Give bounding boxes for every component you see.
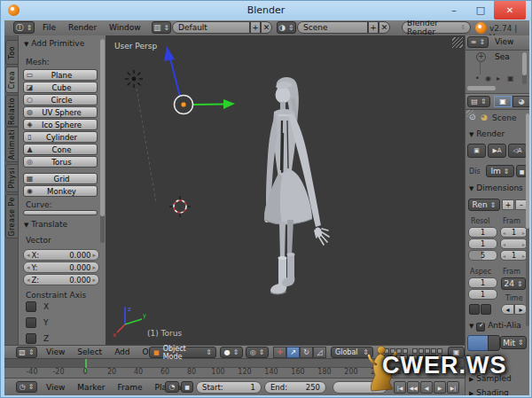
timeline-menu-item[interactable]: View	[40, 380, 71, 395]
aspect-field[interactable]: 1	[468, 289, 497, 300]
mesh-add-button[interactable]: ▲ Cone	[23, 144, 98, 155]
axis-checkbox-row[interactable]: X	[26, 301, 49, 312]
timeline-menu-item[interactable]: Frame	[111, 380, 148, 395]
manipulator-rotate-button[interactable]: ↻	[300, 347, 313, 358]
start-frame-field[interactable]: Start: 1	[196, 381, 262, 394]
dimensions-panel-header[interactable]: ▼ Dimensions	[469, 183, 523, 192]
add-scene-button[interactable]: +	[368, 21, 379, 34]
add-preset-button[interactable]: +	[502, 199, 514, 210]
decrement-icon[interactable]: ◂	[27, 252, 30, 259]
scene-name-field[interactable]: Scene	[297, 21, 368, 34]
timeline-menu-item[interactable]: Marker	[71, 380, 111, 395]
decrement-icon[interactable]: ◂	[503, 241, 505, 247]
manipulator-scale-button[interactable]: ◿	[313, 347, 326, 358]
frame-range-field[interactable]: ◂ ▸	[500, 238, 528, 249]
frame-rate-select[interactable]: 24⇕	[501, 277, 526, 290]
layer-toggle[interactable]	[384, 348, 389, 354]
outliner-menu-item[interactable]: View	[490, 35, 518, 50]
view3d-menu-item[interactable]: Add	[108, 345, 136, 360]
playback-button[interactable]: ▶|	[447, 381, 459, 394]
layer-toggle[interactable]	[419, 348, 424, 354]
layer-toggle[interactable]	[425, 348, 430, 354]
layout-name-field[interactable]: Default	[172, 21, 250, 34]
mesh-add-button[interactable]: ▦ Grid	[23, 173, 98, 184]
playback-button[interactable]: ◀◀	[407, 381, 419, 394]
checkbox-icon[interactable]	[26, 333, 36, 344]
mesh-add-button[interactable]: ◈ Ico Sphere	[23, 119, 98, 130]
decrement-icon[interactable]: ◂	[27, 264, 30, 271]
transform-manipulator[interactable]	[164, 46, 235, 114]
toolshelf-tab[interactable]: Relatio	[5, 95, 19, 127]
layer-toggle[interactable]	[437, 348, 442, 354]
mesh-add-button[interactable]: ◍ UV Sphere	[23, 106, 98, 118]
border-checkbox[interactable]	[469, 304, 480, 315]
display-mode-select[interactable]: Im⇕	[486, 165, 514, 177]
editor-type-outliner-button[interactable]: ≡⇕	[467, 36, 489, 48]
vector-number-field[interactable]: ◂ Z: 0.000 ▸	[23, 274, 99, 285]
toolshelf-tab[interactable]: Grease Pe	[5, 194, 19, 238]
translate-panel-header[interactable]: ▼ Translate	[24, 220, 67, 229]
outliner-hscrollbar[interactable]	[467, 86, 496, 90]
playback-button[interactable]: ▶	[434, 381, 446, 394]
topbar-menu-item[interactable]: Window	[103, 20, 147, 35]
render-action-button[interactable]: ▶A	[488, 144, 506, 158]
checkbox-icon[interactable]	[26, 317, 36, 328]
increment-icon[interactable]: ▸	[522, 241, 525, 247]
mesh-add-button[interactable]: ▭ Plane	[23, 69, 98, 81]
end-frame-field[interactable]: End: 250	[264, 381, 326, 394]
layer-toggle[interactable]	[378, 348, 383, 354]
crop-checkbox[interactable]	[481, 304, 491, 315]
layout-selector-icon-button[interactable]: ▥⇕	[152, 21, 171, 34]
resolution-field[interactable]: 1	[468, 227, 497, 238]
increment-icon[interactable]: ▸	[522, 253, 525, 259]
layer-toggle[interactable]	[431, 348, 436, 354]
axis-checkbox-row[interactable]: Y	[26, 317, 49, 328]
toolshelf-scrollbar[interactable]	[100, 39, 105, 243]
character-model[interactable]	[264, 77, 329, 294]
manipulator-translate-button[interactable]: ↗	[286, 347, 300, 358]
playback-button[interactable]: ◀	[420, 381, 433, 394]
3d-cursor[interactable]	[169, 196, 191, 217]
3d-viewport[interactable]: z y x User Persp (1) Torus	[106, 35, 465, 345]
frame-range-field[interactable]: ◂ 1 ▸	[500, 250, 528, 261]
increment-icon[interactable]: ▸	[92, 252, 96, 259]
aa-samples-8-button[interactable]	[488, 335, 500, 351]
renderability-camera-icon[interactable]: ▣	[507, 74, 514, 82]
auto-keyframe-button[interactable]: ◔	[165, 381, 179, 393]
mesh-add-button[interactable]: ◪ Cube	[23, 82, 98, 93]
transform-orientation-select[interactable]: Global⇕	[331, 347, 373, 358]
topbar-menu-item[interactable]: Render	[62, 20, 103, 35]
timeline-ruler[interactable]: -40-20020406080100120140160180200220240	[4, 359, 465, 378]
delete-scene-button[interactable]: ✕	[379, 21, 390, 34]
toolshelf-tab[interactable]: Physi	[5, 164, 19, 192]
outliner-expand-button[interactable]: +	[476, 52, 486, 62]
frame-range-field[interactable]: ◂ 1 ▸	[500, 227, 528, 238]
tab-scene[interactable]: ◕	[512, 96, 529, 107]
outliner-menu-item[interactable]: Sea	[490, 50, 514, 65]
current-frame-field[interactable]: 1	[332, 381, 387, 394]
outliner-vscrollbar[interactable]	[522, 52, 527, 84]
checkbox-icon[interactable]	[26, 301, 36, 312]
render-engine-select[interactable]: Blender Render⇕	[402, 21, 471, 34]
properties-scrollbar[interactable]	[526, 113, 529, 326]
render-action-button[interactable]: ◁A	[508, 144, 527, 158]
layer-toggle[interactable]	[412, 348, 418, 354]
lock-button[interactable]: ■	[181, 381, 193, 393]
aa-filter-select[interactable]: Mit⇕	[500, 336, 527, 349]
area-corner-widget[interactable]	[452, 37, 463, 48]
antialiasing-panel-header[interactable]: ▼ ✓ Anti-Alia	[469, 321, 521, 331]
delete-layout-button[interactable]: ✕	[261, 21, 272, 34]
vector-number-field[interactable]: ◂ Y: 0.000 ▸	[23, 261, 99, 273]
toolshelf-tab[interactable]: Crea	[5, 66, 19, 93]
editor-type-properties-button[interactable]: ▤⇕	[467, 96, 490, 107]
toolshelf-tab[interactable]: Animati	[5, 127, 19, 162]
snap-button[interactable]: ▣	[448, 347, 465, 358]
decrement-icon[interactable]: ◂	[27, 277, 30, 284]
time-remap-old-button[interactable]: ◂	[501, 304, 514, 315]
increment-icon[interactable]: ▸	[522, 230, 525, 236]
render-action-button[interactable]: ▣	[467, 144, 486, 158]
layer-toggle[interactable]	[403, 348, 408, 354]
add-primitive-panel-header[interactable]: ▼ Add Primitive	[24, 39, 84, 48]
render-presets-select[interactable]: Ren⇕	[468, 199, 500, 211]
area-corner-widget[interactable]	[466, 110, 474, 118]
